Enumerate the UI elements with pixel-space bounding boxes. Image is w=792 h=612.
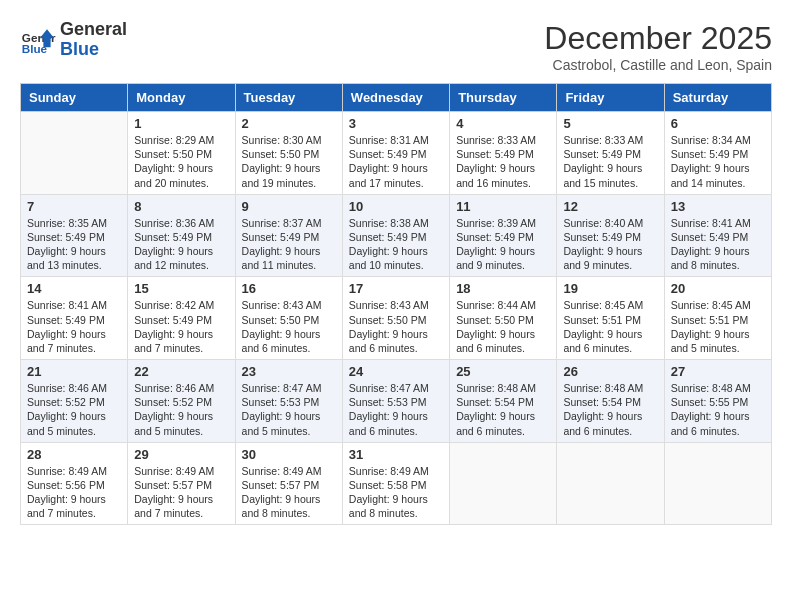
- day-info: Sunrise: 8:43 AM Sunset: 5:50 PM Dayligh…: [349, 298, 443, 355]
- day-info: Sunrise: 8:36 AM Sunset: 5:49 PM Dayligh…: [134, 216, 228, 273]
- day-number: 23: [242, 364, 336, 379]
- day-number: 29: [134, 447, 228, 462]
- calendar-cell: 13Sunrise: 8:41 AM Sunset: 5:49 PM Dayli…: [664, 194, 771, 277]
- day-number: 2: [242, 116, 336, 131]
- day-info: Sunrise: 8:45 AM Sunset: 5:51 PM Dayligh…: [671, 298, 765, 355]
- day-number: 1: [134, 116, 228, 131]
- day-info: Sunrise: 8:39 AM Sunset: 5:49 PM Dayligh…: [456, 216, 550, 273]
- week-row-5: 28Sunrise: 8:49 AM Sunset: 5:56 PM Dayli…: [21, 442, 772, 525]
- day-number: 13: [671, 199, 765, 214]
- logo-text: GeneralBlue: [60, 20, 127, 60]
- logo-icon: General Blue: [20, 22, 56, 58]
- calendar-cell: 14Sunrise: 8:41 AM Sunset: 5:49 PM Dayli…: [21, 277, 128, 360]
- day-number: 15: [134, 281, 228, 296]
- calendar-cell: 26Sunrise: 8:48 AM Sunset: 5:54 PM Dayli…: [557, 360, 664, 443]
- day-info: Sunrise: 8:34 AM Sunset: 5:49 PM Dayligh…: [671, 133, 765, 190]
- day-number: 9: [242, 199, 336, 214]
- week-row-2: 7Sunrise: 8:35 AM Sunset: 5:49 PM Daylig…: [21, 194, 772, 277]
- calendar-cell: 20Sunrise: 8:45 AM Sunset: 5:51 PM Dayli…: [664, 277, 771, 360]
- day-number: 7: [27, 199, 121, 214]
- day-info: Sunrise: 8:30 AM Sunset: 5:50 PM Dayligh…: [242, 133, 336, 190]
- day-info: Sunrise: 8:48 AM Sunset: 5:54 PM Dayligh…: [456, 381, 550, 438]
- calendar-cell: [450, 442, 557, 525]
- day-info: Sunrise: 8:33 AM Sunset: 5:49 PM Dayligh…: [563, 133, 657, 190]
- day-info: Sunrise: 8:49 AM Sunset: 5:56 PM Dayligh…: [27, 464, 121, 521]
- calendar-cell: 25Sunrise: 8:48 AM Sunset: 5:54 PM Dayli…: [450, 360, 557, 443]
- day-info: Sunrise: 8:41 AM Sunset: 5:49 PM Dayligh…: [671, 216, 765, 273]
- calendar-cell: 12Sunrise: 8:40 AM Sunset: 5:49 PM Dayli…: [557, 194, 664, 277]
- calendar-cell: [21, 112, 128, 195]
- calendar-cell: 2Sunrise: 8:30 AM Sunset: 5:50 PM Daylig…: [235, 112, 342, 195]
- day-number: 18: [456, 281, 550, 296]
- day-info: Sunrise: 8:42 AM Sunset: 5:49 PM Dayligh…: [134, 298, 228, 355]
- day-number: 8: [134, 199, 228, 214]
- calendar-cell: 29Sunrise: 8:49 AM Sunset: 5:57 PM Dayli…: [128, 442, 235, 525]
- location: Castrobol, Castille and Leon, Spain: [544, 57, 772, 73]
- week-row-4: 21Sunrise: 8:46 AM Sunset: 5:52 PM Dayli…: [21, 360, 772, 443]
- calendar-cell: 27Sunrise: 8:48 AM Sunset: 5:55 PM Dayli…: [664, 360, 771, 443]
- calendar: SundayMondayTuesdayWednesdayThursdayFrid…: [20, 83, 772, 525]
- day-info: Sunrise: 8:49 AM Sunset: 5:58 PM Dayligh…: [349, 464, 443, 521]
- calendar-cell: 16Sunrise: 8:43 AM Sunset: 5:50 PM Dayli…: [235, 277, 342, 360]
- day-number: 27: [671, 364, 765, 379]
- day-number: 5: [563, 116, 657, 131]
- calendar-cell: 10Sunrise: 8:38 AM Sunset: 5:49 PM Dayli…: [342, 194, 449, 277]
- day-header-wednesday: Wednesday: [342, 84, 449, 112]
- day-number: 16: [242, 281, 336, 296]
- day-info: Sunrise: 8:46 AM Sunset: 5:52 PM Dayligh…: [134, 381, 228, 438]
- day-number: 6: [671, 116, 765, 131]
- calendar-cell: 15Sunrise: 8:42 AM Sunset: 5:49 PM Dayli…: [128, 277, 235, 360]
- week-row-1: 1Sunrise: 8:29 AM Sunset: 5:50 PM Daylig…: [21, 112, 772, 195]
- day-info: Sunrise: 8:48 AM Sunset: 5:55 PM Dayligh…: [671, 381, 765, 438]
- day-info: Sunrise: 8:45 AM Sunset: 5:51 PM Dayligh…: [563, 298, 657, 355]
- day-number: 21: [27, 364, 121, 379]
- day-number: 28: [27, 447, 121, 462]
- day-info: Sunrise: 8:37 AM Sunset: 5:49 PM Dayligh…: [242, 216, 336, 273]
- day-info: Sunrise: 8:41 AM Sunset: 5:49 PM Dayligh…: [27, 298, 121, 355]
- day-number: 17: [349, 281, 443, 296]
- day-header-tuesday: Tuesday: [235, 84, 342, 112]
- logo: General Blue GeneralBlue: [20, 20, 127, 60]
- day-number: 24: [349, 364, 443, 379]
- day-info: Sunrise: 8:35 AM Sunset: 5:49 PM Dayligh…: [27, 216, 121, 273]
- calendar-cell: 1Sunrise: 8:29 AM Sunset: 5:50 PM Daylig…: [128, 112, 235, 195]
- day-number: 14: [27, 281, 121, 296]
- day-info: Sunrise: 8:48 AM Sunset: 5:54 PM Dayligh…: [563, 381, 657, 438]
- calendar-cell: 7Sunrise: 8:35 AM Sunset: 5:49 PM Daylig…: [21, 194, 128, 277]
- calendar-cell: 17Sunrise: 8:43 AM Sunset: 5:50 PM Dayli…: [342, 277, 449, 360]
- calendar-cell: 19Sunrise: 8:45 AM Sunset: 5:51 PM Dayli…: [557, 277, 664, 360]
- calendar-cell: 18Sunrise: 8:44 AM Sunset: 5:50 PM Dayli…: [450, 277, 557, 360]
- day-info: Sunrise: 8:47 AM Sunset: 5:53 PM Dayligh…: [242, 381, 336, 438]
- day-number: 11: [456, 199, 550, 214]
- day-info: Sunrise: 8:40 AM Sunset: 5:49 PM Dayligh…: [563, 216, 657, 273]
- calendar-cell: 30Sunrise: 8:49 AM Sunset: 5:57 PM Dayli…: [235, 442, 342, 525]
- day-info: Sunrise: 8:29 AM Sunset: 5:50 PM Dayligh…: [134, 133, 228, 190]
- day-number: 10: [349, 199, 443, 214]
- day-info: Sunrise: 8:33 AM Sunset: 5:49 PM Dayligh…: [456, 133, 550, 190]
- calendar-cell: 8Sunrise: 8:36 AM Sunset: 5:49 PM Daylig…: [128, 194, 235, 277]
- day-number: 4: [456, 116, 550, 131]
- day-number: 22: [134, 364, 228, 379]
- calendar-cell: 6Sunrise: 8:34 AM Sunset: 5:49 PM Daylig…: [664, 112, 771, 195]
- calendar-cell: 22Sunrise: 8:46 AM Sunset: 5:52 PM Dayli…: [128, 360, 235, 443]
- day-info: Sunrise: 8:38 AM Sunset: 5:49 PM Dayligh…: [349, 216, 443, 273]
- day-header-friday: Friday: [557, 84, 664, 112]
- day-number: 3: [349, 116, 443, 131]
- calendar-cell: 31Sunrise: 8:49 AM Sunset: 5:58 PM Dayli…: [342, 442, 449, 525]
- title-block: December 2025 Castrobol, Castille and Le…: [544, 20, 772, 73]
- week-row-3: 14Sunrise: 8:41 AM Sunset: 5:49 PM Dayli…: [21, 277, 772, 360]
- calendar-cell: 21Sunrise: 8:46 AM Sunset: 5:52 PM Dayli…: [21, 360, 128, 443]
- day-number: 20: [671, 281, 765, 296]
- day-number: 12: [563, 199, 657, 214]
- month-title: December 2025: [544, 20, 772, 57]
- day-info: Sunrise: 8:49 AM Sunset: 5:57 PM Dayligh…: [242, 464, 336, 521]
- day-info: Sunrise: 8:44 AM Sunset: 5:50 PM Dayligh…: [456, 298, 550, 355]
- day-header-sunday: Sunday: [21, 84, 128, 112]
- calendar-cell: [664, 442, 771, 525]
- day-info: Sunrise: 8:47 AM Sunset: 5:53 PM Dayligh…: [349, 381, 443, 438]
- header-row: SundayMondayTuesdayWednesdayThursdayFrid…: [21, 84, 772, 112]
- day-number: 30: [242, 447, 336, 462]
- day-number: 19: [563, 281, 657, 296]
- day-header-monday: Monday: [128, 84, 235, 112]
- calendar-cell: 3Sunrise: 8:31 AM Sunset: 5:49 PM Daylig…: [342, 112, 449, 195]
